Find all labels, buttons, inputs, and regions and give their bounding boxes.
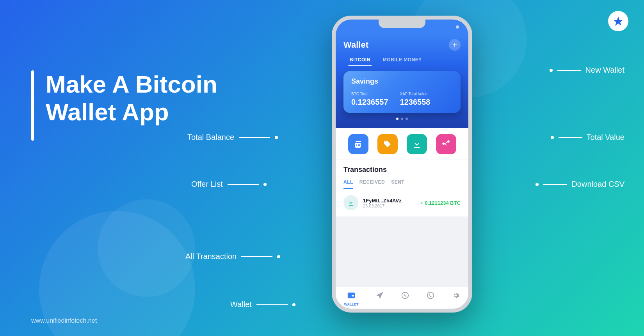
ann-line-total-value	[559, 137, 582, 138]
transaction-tabs: ALL RECEIVED SENT	[343, 179, 461, 189]
nav-chart[interactable]	[401, 291, 409, 306]
tab-mobile-money[interactable]: MOBILE MONEY	[377, 54, 428, 66]
bg-decoration-circle-2	[98, 199, 195, 297]
nav-send-icon	[375, 291, 384, 302]
wallet-title-row: Wallet +	[343, 39, 461, 51]
tx-icon	[343, 195, 358, 210]
card-area: Savings BTC Total 0.1236557 XAF Total Va…	[336, 66, 468, 128]
ann-line-wallet-bottom	[256, 304, 288, 305]
annotation-wallet-bottom: Wallet	[230, 300, 295, 309]
ann-label-offer-list: Offer List	[191, 180, 223, 189]
bottom-nav: WALLET	[336, 287, 468, 309]
ann-dot-download-csv	[535, 183, 539, 186]
headline: Make A Bitcoin Wallet App	[46, 70, 217, 126]
status-dot	[456, 25, 459, 29]
btc-amount: 0.1236557	[351, 98, 388, 106]
dot-1	[396, 118, 398, 120]
ann-label-all-transaction: All Transaction	[185, 252, 237, 261]
ann-label-new-wallet: New Wallet	[585, 66, 624, 75]
tab-sent[interactable]: SENT	[391, 179, 404, 189]
ann-line-all-transaction	[241, 256, 272, 257]
annotation-all-transaction: All Transaction	[185, 252, 280, 261]
tx-amount: + 0.1211234 BTC	[420, 200, 461, 206]
ann-line-total-balance	[239, 137, 270, 138]
transactions-title: Transactions	[343, 166, 461, 174]
tx-info: 1FyMtI...Zh4AVz 23.03.2017	[363, 198, 416, 208]
ann-dot-new-wallet	[550, 69, 553, 72]
annotation-total-balance: Total Balance	[187, 133, 278, 142]
ann-line-download-csv	[543, 184, 567, 185]
ann-line-new-wallet	[557, 70, 581, 71]
nav-history[interactable]	[426, 291, 435, 306]
wallet-title: Wallet	[343, 40, 368, 50]
download-button[interactable]	[407, 134, 427, 154]
offer-list-button[interactable]	[348, 134, 368, 154]
xaf-label: XAF Total Value	[400, 92, 431, 96]
nav-history-icon	[426, 291, 435, 302]
nav-wallet-label: WALLET	[344, 302, 359, 306]
btc-label: BTC Total	[351, 92, 388, 96]
annotation-download-csv: Download CSV	[535, 180, 624, 189]
phone-body: Wallet + BITCOIN MOBILE MONEY Savings BT…	[332, 16, 472, 313]
tab-all[interactable]: ALL	[343, 179, 353, 189]
transactions-area: Transactions ALL RECEIVED SENT 1FyMtI...…	[336, 159, 468, 216]
share-button[interactable]	[436, 134, 456, 154]
app-logo	[608, 11, 628, 31]
nav-chart-icon	[401, 291, 409, 302]
ann-label-wallet-bottom: Wallet	[230, 300, 252, 309]
ann-label-total-value: Total Value	[587, 133, 624, 142]
annotation-new-wallet: New Wallet	[550, 66, 624, 75]
phone-mockup: Wallet + BITCOIN MOBILE MONEY Savings BT…	[332, 16, 480, 320]
phone-notch-bar	[336, 20, 468, 34]
tx-address: 1FyMtI...Zh4AVz	[363, 198, 416, 204]
tx-date: 23.03.2017	[363, 204, 416, 208]
tab-bitcoin[interactable]: BITCOIN	[343, 54, 377, 66]
nav-settings[interactable]	[452, 291, 460, 306]
ann-dot-total-value	[551, 136, 554, 139]
ann-line-offer-list	[228, 184, 259, 185]
ann-label-total-balance: Total Balance	[187, 133, 234, 142]
app-header: Wallet + BITCOIN MOBILE MONEY	[336, 34, 468, 66]
savings-card: Savings BTC Total 0.1236557 XAF Total Va…	[343, 71, 461, 113]
annotation-total-value: Total Value	[551, 133, 624, 142]
dot-3	[406, 118, 408, 120]
accent-bar	[31, 70, 34, 141]
left-section: Make A Bitcoin Wallet App	[31, 70, 217, 141]
nav-wallet[interactable]: WALLET	[344, 291, 359, 306]
ann-dot-total-balance	[275, 136, 278, 139]
phone-notch	[379, 20, 425, 28]
actions-area	[336, 128, 468, 159]
btc-balance-col: BTC Total 0.1236557	[351, 92, 388, 107]
ann-dot-all-transaction	[277, 255, 280, 258]
new-wallet-button[interactable]: +	[449, 39, 461, 51]
headline-line2: Wallet App	[46, 98, 217, 126]
ann-dot-offer-list	[263, 183, 267, 186]
xaf-amount: 1236558	[400, 98, 431, 106]
ann-label-download-csv: Download CSV	[571, 180, 624, 189]
transaction-item: 1FyMtI...Zh4AVz 23.03.2017 + 0.1211234 B…	[343, 195, 461, 210]
tab-received[interactable]: RECEIVED	[359, 179, 385, 189]
balance-row: BTC Total 0.1236557 XAF Total Value 1236…	[351, 92, 453, 107]
wallet-tabs: BITCOIN MOBILE MONEY	[343, 54, 461, 66]
headline-line1: Make A Bitcoin	[46, 70, 217, 98]
annotation-offer-list: Offer List	[191, 180, 267, 189]
tag-button[interactable]	[377, 134, 398, 154]
website-url: www.unifiedinfotech.net	[31, 317, 97, 324]
savings-label: Savings	[351, 77, 453, 86]
dot-2	[401, 118, 403, 120]
ann-dot-wallet-bottom	[292, 303, 295, 306]
nav-wallet-icon	[347, 291, 356, 302]
card-dots	[343, 118, 461, 120]
xaf-balance-col: XAF Total Value 1236558	[400, 92, 431, 107]
phone-screen: Wallet + BITCOIN MOBILE MONEY Savings BT…	[336, 34, 468, 309]
nav-settings-icon	[452, 291, 460, 302]
nav-send[interactable]	[375, 291, 384, 306]
